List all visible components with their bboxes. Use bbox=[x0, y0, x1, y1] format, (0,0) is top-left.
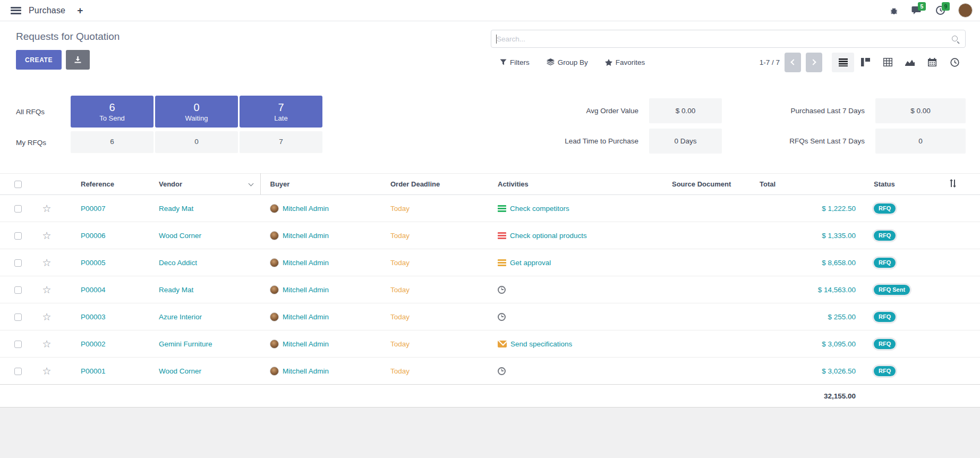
table-row[interactable]: ☆ P00003 Azure Interior Mitchell Admin T… bbox=[0, 303, 980, 330]
stat-card-my-waiting[interactable]: 0 bbox=[155, 131, 238, 153]
vendor-link[interactable]: Ready Mat bbox=[159, 286, 193, 294]
reference-link[interactable]: P00005 bbox=[81, 259, 106, 267]
favorites-button[interactable]: Favorites bbox=[605, 58, 645, 66]
buyer-link[interactable]: Mitchell Admin bbox=[283, 286, 329, 294]
header-reference[interactable]: Reference bbox=[63, 174, 151, 195]
search-input[interactable] bbox=[491, 30, 965, 47]
activity-icon[interactable] bbox=[498, 286, 506, 294]
activity-icon[interactable] bbox=[498, 232, 506, 239]
header-source-document[interactable]: Source Document bbox=[651, 174, 760, 195]
activity-label[interactable]: Send specifications bbox=[510, 340, 572, 348]
reference-link[interactable]: P00004 bbox=[81, 286, 106, 294]
header-buyer[interactable]: Buyer bbox=[260, 174, 385, 195]
kpi-value[interactable]: 0 Days bbox=[649, 129, 722, 154]
vendor-link[interactable]: Deco Addict bbox=[159, 259, 197, 267]
buyer-link[interactable]: Mitchell Admin bbox=[283, 367, 329, 375]
row-checkbox[interactable] bbox=[14, 368, 22, 375]
header-activities[interactable]: Activities bbox=[494, 174, 651, 195]
favorite-star-icon[interactable]: ☆ bbox=[42, 311, 51, 323]
vendor-link[interactable]: Azure Interior bbox=[159, 313, 202, 321]
create-button[interactable]: CREATE bbox=[16, 50, 62, 70]
apps-menu-icon[interactable] bbox=[11, 7, 21, 14]
row-checkbox[interactable] bbox=[14, 259, 22, 267]
favorite-star-icon[interactable]: ☆ bbox=[42, 230, 51, 241]
favorite-star-icon[interactable]: ☆ bbox=[42, 366, 51, 377]
vendor-link[interactable]: Gemini Furniture bbox=[159, 340, 212, 348]
debug-bug-icon[interactable] bbox=[889, 6, 899, 15]
activity-label[interactable]: Check optional products bbox=[510, 232, 587, 240]
export-button[interactable] bbox=[66, 50, 90, 70]
activity-icon[interactable] bbox=[498, 259, 506, 266]
activity-icon[interactable] bbox=[498, 367, 506, 375]
activity-label[interactable]: Check competitors bbox=[510, 205, 569, 213]
row-checkbox[interactable] bbox=[14, 313, 22, 321]
activity-icon[interactable] bbox=[498, 205, 506, 212]
view-list-button[interactable] bbox=[832, 53, 854, 72]
table-row[interactable]: ☆ P00002 Gemini Furniture Mitchell Admin… bbox=[0, 330, 980, 358]
header-vendor[interactable]: Vendor bbox=[151, 174, 260, 195]
buyer-link[interactable]: Mitchell Admin bbox=[283, 205, 329, 213]
kpi-value[interactable]: $ 0.00 bbox=[649, 98, 722, 123]
view-graph-button[interactable] bbox=[899, 53, 921, 72]
activities-clock-icon[interactable]: 9 bbox=[935, 5, 945, 15]
reference-link[interactable]: P00006 bbox=[81, 232, 106, 240]
new-tab-button[interactable]: + bbox=[77, 5, 83, 15]
activity-icon[interactable] bbox=[498, 341, 507, 347]
favorite-star-icon[interactable]: ☆ bbox=[42, 284, 51, 295]
stat-caption: Waiting bbox=[185, 114, 208, 122]
pager-next-button[interactable] bbox=[806, 53, 822, 72]
messages-icon[interactable]: 5 bbox=[911, 5, 923, 15]
pager-previous-button[interactable] bbox=[785, 53, 801, 72]
search-icon[interactable] bbox=[951, 35, 960, 44]
buyer-link[interactable]: Mitchell Admin bbox=[283, 259, 329, 267]
user-avatar[interactable] bbox=[958, 3, 973, 18]
select-all-checkbox[interactable] bbox=[14, 181, 22, 188]
row-checkbox[interactable] bbox=[14, 205, 22, 213]
stat-card-to-send[interactable]: 6 To Send bbox=[71, 96, 154, 128]
buyer-link[interactable]: Mitchell Admin bbox=[283, 232, 329, 240]
view-activity-button[interactable] bbox=[943, 53, 966, 72]
row-checkbox[interactable] bbox=[14, 341, 22, 348]
list-view-icon bbox=[839, 58, 848, 66]
stat-value: 7 bbox=[278, 101, 284, 113]
table-row[interactable]: ☆ P00004 Ready Mat Mitchell Admin Today … bbox=[0, 276, 980, 303]
activity-icon[interactable] bbox=[498, 313, 506, 321]
buyer-link[interactable]: Mitchell Admin bbox=[283, 313, 329, 321]
table-row[interactable]: ☆ P00005 Deco Addict Mitchell Admin Toda… bbox=[0, 249, 980, 276]
header-status[interactable]: Status bbox=[863, 174, 924, 195]
reference-link[interactable]: P00003 bbox=[81, 313, 106, 321]
vendor-link[interactable]: Wood Corner bbox=[159, 232, 201, 240]
filters-button[interactable]: Filters bbox=[500, 58, 530, 66]
header-total[interactable]: Total bbox=[760, 174, 863, 195]
table-row[interactable]: ☆ P00001 Wood Corner Mitchell Admin Toda… bbox=[0, 358, 980, 385]
stat-card-late[interactable]: 7 Late bbox=[240, 96, 322, 128]
kpi-value[interactable]: $ 0.00 bbox=[875, 98, 966, 123]
buyer-link[interactable]: Mitchell Admin bbox=[283, 340, 329, 348]
view-pivot-button[interactable] bbox=[876, 53, 899, 72]
stat-card-my-to-send[interactable]: 6 bbox=[71, 131, 154, 153]
header-order-deadline[interactable]: Order Deadline bbox=[385, 174, 494, 195]
vendor-link[interactable]: Ready Mat bbox=[159, 205, 193, 213]
reference-link[interactable]: P00001 bbox=[81, 367, 106, 375]
view-calendar-button[interactable] bbox=[921, 53, 943, 72]
reference-link[interactable]: P00007 bbox=[81, 205, 106, 213]
favorite-star-icon[interactable]: ☆ bbox=[42, 257, 51, 268]
activity-label[interactable]: Get approval bbox=[510, 259, 551, 267]
favorite-star-icon[interactable]: ☆ bbox=[42, 203, 51, 214]
stat-card-waiting[interactable]: 0 Waiting bbox=[155, 96, 238, 128]
view-kanban-button[interactable] bbox=[854, 53, 876, 72]
buyer-avatar bbox=[270, 258, 279, 267]
row-checkbox[interactable] bbox=[14, 286, 22, 294]
group-by-button[interactable]: Group By bbox=[547, 58, 588, 66]
vendor-link[interactable]: Wood Corner bbox=[159, 367, 201, 375]
reference-link[interactable]: P00002 bbox=[81, 340, 106, 348]
table-row[interactable]: ☆ P00006 Wood Corner Mitchell Admin Toda… bbox=[0, 222, 980, 249]
stat-card-my-late[interactable]: 7 bbox=[240, 131, 322, 153]
table-row[interactable]: ☆ P00007 Ready Mat Mitchell Admin Today … bbox=[0, 195, 980, 222]
row-checkbox[interactable] bbox=[14, 232, 22, 240]
chevron-down-icon[interactable] bbox=[248, 181, 253, 186]
kpi-value[interactable]: 0 bbox=[875, 129, 966, 154]
favorite-star-icon[interactable]: ☆ bbox=[42, 338, 51, 350]
optional-columns-icon[interactable] bbox=[949, 179, 957, 188]
app-name[interactable]: Purchase bbox=[29, 6, 65, 15]
